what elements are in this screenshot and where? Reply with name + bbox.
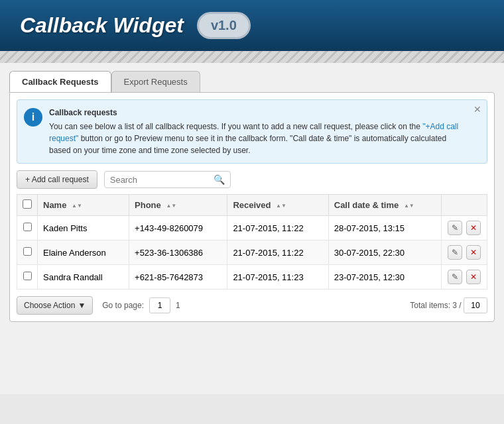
select-all-checkbox[interactable] [23, 199, 32, 209]
search-icon: 🔍 [214, 174, 225, 185]
total-pages: 1 [176, 301, 180, 310]
row-received: 21-07-2015, 11:22 [227, 216, 328, 240]
row-actions: ✎ ✕ [442, 265, 487, 290]
tab-export-requests[interactable]: Export Requests [111, 71, 200, 92]
info-icon: i [24, 108, 42, 127]
row-phone: +143-49-8260079 [129, 216, 227, 240]
info-body: You can see below a list of all callback… [49, 121, 467, 156]
delete-button-0[interactable]: ✕ [466, 221, 481, 235]
sort-phone-icon[interactable]: ▲▼ [166, 203, 176, 209]
table-row: Elaine Anderson +523-36-1306386 21-07-20… [17, 240, 487, 265]
footer-bar: Choose Action ▼ Go to page: 1 Total item… [17, 296, 487, 315]
total-items-label: Total items: 3 / [410, 297, 487, 313]
row-checkbox-2[interactable] [23, 272, 32, 280]
sort-received-icon[interactable]: ▲▼ [276, 203, 286, 209]
row-call-datetime: 28-07-2015, 13:15 [328, 216, 442, 240]
row-name: Elaine Anderson [38, 240, 129, 265]
info-close-button[interactable]: ✕ [473, 104, 481, 115]
tab-callback-requests[interactable]: Callback Requests [9, 71, 111, 92]
app-title: Callback Widget [20, 13, 184, 38]
choose-action-button[interactable]: Choose Action ▼ [17, 296, 93, 315]
row-call-datetime: 30-07-2015, 22:30 [328, 240, 442, 265]
page-number-input[interactable] [149, 297, 170, 313]
table-body: Kaden Pitts +143-49-8260079 21-07-2015, … [17, 216, 487, 290]
main-content: Callback Requests Export Requests i Call… [0, 63, 504, 394]
row-name: Sandra Randall [38, 265, 129, 290]
col-phone: Phone ▲▼ [129, 195, 227, 216]
row-phone: +621-85-7642873 [129, 265, 227, 290]
delete-button-1[interactable]: ✕ [466, 245, 481, 260]
edit-button-1[interactable]: ✎ [448, 245, 462, 260]
add-call-link[interactable]: "+Add call request" [49, 122, 458, 143]
search-input[interactable] [110, 175, 210, 185]
col-received: Received ▲▼ [227, 195, 328, 216]
version-badge: v1.0 [197, 12, 251, 39]
row-checkbox-cell [17, 240, 38, 265]
select-all-header [17, 195, 38, 216]
tab-panel: i Callback requests You can see below a … [9, 92, 495, 322]
row-actions: ✎ ✕ [442, 216, 487, 240]
col-actions [442, 195, 487, 216]
edit-button-2[interactable]: ✎ [448, 270, 462, 284]
info-box: i Callback requests You can see below a … [17, 99, 487, 164]
row-checkbox-cell [17, 265, 38, 290]
table-header-row: Name ▲▼ Phone ▲▼ Received ▲▼ Call date &… [17, 195, 487, 216]
info-text-content: Callback requests You can see below a li… [49, 107, 467, 156]
row-received: 21-07-2015, 11:22 [227, 240, 328, 265]
row-checkbox-1[interactable] [23, 247, 32, 256]
row-checkbox-0[interactable] [23, 223, 32, 231]
per-page-input[interactable] [464, 297, 487, 313]
row-received: 21-07-2015, 11:23 [227, 265, 328, 290]
row-call-datetime: 23-07-2015, 12:30 [328, 265, 442, 290]
sort-calldatetime-icon[interactable]: ▲▼ [404, 203, 414, 209]
row-name: Kaden Pitts [38, 216, 129, 240]
go-to-page-label: Go to page: [102, 301, 144, 310]
row-checkbox-cell [17, 216, 38, 240]
tab-bar: Callback Requests Export Requests [9, 71, 495, 92]
table-row: Sandra Randall +621-85-7642873 21-07-201… [17, 265, 487, 290]
sort-name-icon[interactable]: ▲▼ [72, 203, 82, 209]
table-row: Kaden Pitts +143-49-8260079 21-07-2015, … [17, 216, 487, 240]
row-actions: ✎ ✕ [442, 240, 487, 265]
requests-table: Name ▲▼ Phone ▲▼ Received ▲▼ Call date &… [17, 194, 487, 290]
add-call-request-button[interactable]: + Add call request [17, 170, 97, 189]
toolbar: + Add call request 🔍 [17, 170, 487, 189]
edit-button-0[interactable]: ✎ [448, 221, 462, 235]
col-name: Name ▲▼ [38, 195, 129, 216]
info-title: Callback requests [49, 107, 467, 119]
search-box: 🔍 [104, 171, 231, 188]
stripe-divider [0, 51, 504, 63]
chevron-down-icon: ▼ [78, 301, 86, 310]
delete-button-2[interactable]: ✕ [466, 270, 481, 284]
app-header: Callback Widget v1.0 [0, 0, 504, 51]
row-phone: +523-36-1306386 [129, 240, 227, 265]
col-call-datetime: Call date & time ▲▼ [328, 195, 442, 216]
